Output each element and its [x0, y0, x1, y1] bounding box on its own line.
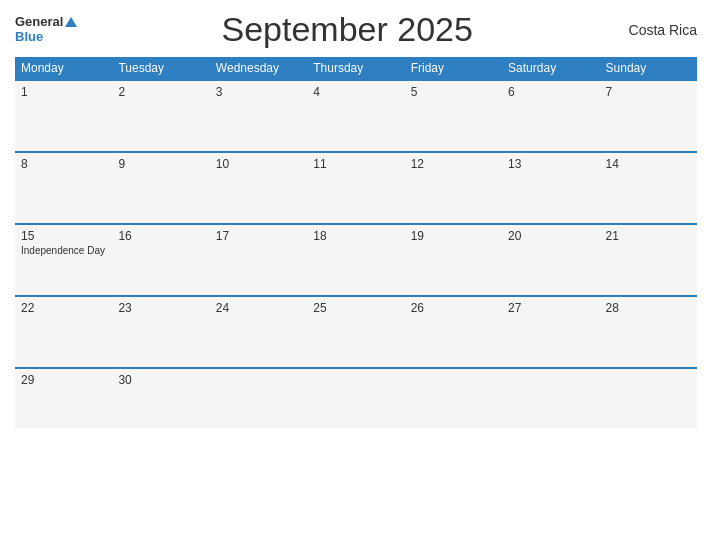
day-number: 27: [508, 301, 593, 315]
calendar-day-cell: [307, 368, 404, 428]
day-number: 8: [21, 157, 106, 171]
day-number: 15: [21, 229, 106, 243]
day-number: 5: [411, 85, 496, 99]
calendar-day-cell: 7: [600, 80, 697, 152]
calendar-day-cell: 25: [307, 296, 404, 368]
day-number: 3: [216, 85, 301, 99]
day-number: 16: [118, 229, 203, 243]
calendar-day-cell: [600, 368, 697, 428]
col-wednesday: Wednesday: [210, 57, 307, 80]
calendar-day-cell: 5: [405, 80, 502, 152]
calendar-day-cell: 24: [210, 296, 307, 368]
col-saturday: Saturday: [502, 57, 599, 80]
day-number: 4: [313, 85, 398, 99]
day-number: 14: [606, 157, 691, 171]
calendar-day-cell: 29: [15, 368, 112, 428]
calendar-day-cell: 27: [502, 296, 599, 368]
day-number: 18: [313, 229, 398, 243]
calendar-day-cell: 2: [112, 80, 209, 152]
day-number: 1: [21, 85, 106, 99]
calendar-day-cell: 20: [502, 224, 599, 296]
calendar-day-cell: 11: [307, 152, 404, 224]
logo-general-text: General: [15, 15, 63, 29]
calendar-container: General Blue September 2025 Costa Rica M…: [0, 0, 712, 550]
calendar-day-cell: 30: [112, 368, 209, 428]
col-monday: Monday: [15, 57, 112, 80]
col-thursday: Thursday: [307, 57, 404, 80]
logo-blue-text: Blue: [15, 30, 43, 44]
calendar-week-row: 891011121314: [15, 152, 697, 224]
day-number: 24: [216, 301, 301, 315]
calendar-week-row: 22232425262728: [15, 296, 697, 368]
logo-triangle-icon: [65, 17, 77, 27]
calendar-day-cell: [502, 368, 599, 428]
calendar-week-row: 15Independence Day161718192021: [15, 224, 697, 296]
calendar-day-cell: [210, 368, 307, 428]
day-number: 19: [411, 229, 496, 243]
calendar-title: September 2025: [77, 10, 617, 49]
calendar-day-cell: 17: [210, 224, 307, 296]
day-number: 6: [508, 85, 593, 99]
calendar-day-cell: 9: [112, 152, 209, 224]
calendar-day-cell: 3: [210, 80, 307, 152]
day-number: 30: [118, 373, 203, 387]
calendar-week-row: 2930: [15, 368, 697, 428]
calendar-week-row: 1234567: [15, 80, 697, 152]
weekday-header-row: Monday Tuesday Wednesday Thursday Friday…: [15, 57, 697, 80]
day-number: 10: [216, 157, 301, 171]
calendar-day-cell: 8: [15, 152, 112, 224]
day-number: 7: [606, 85, 691, 99]
calendar-day-cell: 13: [502, 152, 599, 224]
col-sunday: Sunday: [600, 57, 697, 80]
calendar-day-cell: 28: [600, 296, 697, 368]
calendar-header: General Blue September 2025 Costa Rica: [15, 10, 697, 49]
logo: General Blue: [15, 15, 77, 44]
calendar-grid: Monday Tuesday Wednesday Thursday Friday…: [15, 57, 697, 428]
calendar-day-cell: 26: [405, 296, 502, 368]
day-number: 26: [411, 301, 496, 315]
calendar-day-cell: 6: [502, 80, 599, 152]
calendar-day-cell: 4: [307, 80, 404, 152]
day-number: 13: [508, 157, 593, 171]
country-label: Costa Rica: [617, 22, 697, 38]
day-number: 17: [216, 229, 301, 243]
calendar-day-cell: 12: [405, 152, 502, 224]
col-tuesday: Tuesday: [112, 57, 209, 80]
col-friday: Friday: [405, 57, 502, 80]
calendar-day-cell: 22: [15, 296, 112, 368]
day-number: 25: [313, 301, 398, 315]
day-number: 23: [118, 301, 203, 315]
day-number: 9: [118, 157, 203, 171]
calendar-day-cell: 10: [210, 152, 307, 224]
calendar-day-cell: 18: [307, 224, 404, 296]
calendar-day-cell: 23: [112, 296, 209, 368]
day-number: 28: [606, 301, 691, 315]
calendar-day-cell: 14: [600, 152, 697, 224]
calendar-day-cell: 19: [405, 224, 502, 296]
day-number: 21: [606, 229, 691, 243]
calendar-day-cell: 1: [15, 80, 112, 152]
day-number: 2: [118, 85, 203, 99]
day-number: 20: [508, 229, 593, 243]
calendar-day-cell: [405, 368, 502, 428]
calendar-day-cell: 15Independence Day: [15, 224, 112, 296]
day-number: 22: [21, 301, 106, 315]
holiday-label: Independence Day: [21, 245, 106, 256]
calendar-day-cell: 16: [112, 224, 209, 296]
day-number: 29: [21, 373, 106, 387]
day-number: 12: [411, 157, 496, 171]
calendar-day-cell: 21: [600, 224, 697, 296]
day-number: 11: [313, 157, 398, 171]
